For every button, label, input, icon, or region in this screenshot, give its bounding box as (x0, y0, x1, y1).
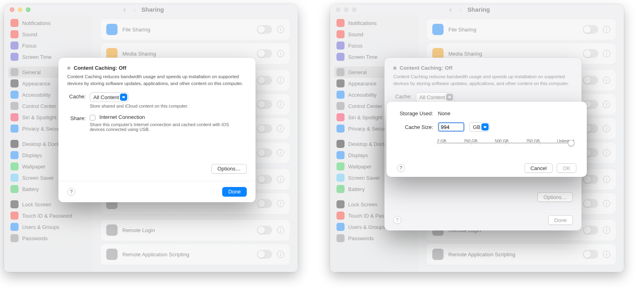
info-icon[interactable]: i (277, 226, 284, 234)
share-internet-checkbox[interactable]: Internet Connection (90, 114, 145, 120)
chevron-updown-icon (120, 93, 127, 101)
storage-used-value: None (438, 110, 450, 116)
service-toggle[interactable] (257, 175, 272, 184)
chevron-updown-icon (481, 123, 489, 131)
close-icon[interactable] (336, 7, 341, 12)
service-toggle[interactable] (257, 148, 272, 157)
service-toggle[interactable] (583, 226, 598, 235)
info-icon[interactable]: i (277, 200, 284, 207)
service-icon (106, 224, 118, 236)
sheet-description: Content Caching reduces bandwidth usage … (67, 73, 247, 87)
service-toggle[interactable] (257, 226, 272, 235)
cancel-button[interactable]: Cancel (524, 163, 553, 173)
sidebar-item-notifications[interactable]: Notifications (334, 17, 415, 29)
service-toggle[interactable] (257, 49, 272, 58)
info-icon[interactable]: i (603, 200, 610, 207)
info-icon[interactable]: i (603, 125, 610, 132)
sidebar-icon (336, 102, 345, 110)
sidebar-item-sound[interactable]: Sound (8, 29, 89, 40)
info-icon[interactable]: i (277, 26, 284, 33)
fullscreen-icon[interactable] (352, 7, 357, 12)
sidebar-icon (336, 53, 345, 61)
nav-forward-icon[interactable]: › (133, 5, 136, 14)
service-toggle[interactable] (583, 175, 598, 184)
service-toggle[interactable] (257, 25, 272, 34)
service-toggle[interactable] (257, 199, 272, 208)
sidebar-icon (336, 113, 345, 121)
info-icon[interactable]: i (603, 50, 610, 57)
minimize-icon[interactable] (344, 7, 349, 12)
close-icon[interactable] (10, 7, 14, 12)
info-icon[interactable]: i (603, 101, 610, 108)
service-toggle[interactable] (583, 49, 598, 58)
info-icon[interactable]: i (603, 176, 610, 183)
sidebar-item-label: Users & Groups (348, 224, 385, 230)
ok-button[interactable]: OK (557, 163, 576, 173)
sidebar-icon (336, 91, 345, 99)
info-icon[interactable]: i (277, 176, 284, 183)
slider-thumb-icon[interactable] (568, 140, 574, 146)
fullscreen-icon[interactable] (26, 7, 31, 12)
sidebar-item-passwords[interactable]: Passwords (8, 233, 89, 244)
done-button[interactable]: Done (222, 187, 247, 197)
sidebar-item-label: Battery (348, 186, 365, 192)
service-toggle[interactable] (583, 76, 598, 85)
sidebar-item-label: Appearance (22, 81, 50, 87)
info-icon[interactable]: i (603, 77, 610, 84)
nav-forward-icon[interactable]: › (459, 5, 462, 14)
sidebar-item-passwords[interactable]: Passwords (334, 233, 415, 244)
cache-select[interactable]: All Content (90, 92, 128, 102)
info-icon[interactable]: i (277, 77, 284, 84)
help-button[interactable]: ? (67, 188, 75, 196)
info-icon[interactable]: i (603, 251, 610, 258)
info-icon[interactable]: i (277, 125, 284, 132)
sidebar-item-label: Focus (348, 43, 362, 49)
service-toggle[interactable] (257, 124, 272, 133)
sidebar-item-label: Appearance (348, 81, 376, 87)
minimize-icon[interactable] (18, 7, 23, 12)
service-toggle[interactable] (257, 250, 272, 259)
cache-size-input[interactable] (438, 122, 464, 132)
service-row: File Sharingi (101, 19, 290, 40)
sidebar-icon (336, 223, 345, 231)
sidebar-icon (336, 200, 345, 208)
info-icon[interactable]: i (277, 101, 284, 108)
sidebar-item-label: Control Center (348, 103, 382, 109)
info-icon[interactable]: i (603, 226, 610, 234)
info-icon[interactable]: i (603, 26, 610, 33)
sidebar-item-focus[interactable]: Focus (8, 40, 89, 51)
sidebar-item-focus[interactable]: Focus (334, 40, 415, 51)
sidebar-item-sound[interactable]: Sound (334, 29, 415, 40)
options-button[interactable]: Options… (211, 164, 247, 174)
info-icon[interactable]: i (603, 149, 610, 156)
cache-size-slider[interactable]: 2 GB 250 GB 500 GB 750 GB Unlimited (437, 139, 574, 155)
settings-window-left: ‹ › Sharing Search NotificationsSoundFoc… (4, 4, 298, 272)
help-button[interactable]: ? (397, 164, 405, 172)
service-label: Media Sharing (122, 51, 252, 57)
service-toggle[interactable] (583, 199, 598, 208)
cache-size-unit-select[interactable]: GB (469, 122, 490, 132)
service-row: File Sharingi (427, 19, 616, 40)
service-toggle[interactable] (257, 100, 272, 109)
sidebar-item-label: Screen Saver (22, 175, 54, 181)
info-icon[interactable]: i (277, 149, 284, 156)
sidebar-icon (10, 42, 19, 50)
checkbox-icon (90, 115, 95, 120)
sidebar-item-label: Siri & Spotlight (348, 114, 382, 120)
service-toggle[interactable] (257, 76, 272, 85)
sidebar-item-label: Lock Screen (348, 201, 377, 208)
info-icon[interactable]: i (277, 50, 284, 57)
info-icon[interactable]: i (277, 251, 284, 258)
sidebar-icon (10, 30, 19, 38)
sidebar-icon (10, 212, 19, 220)
sidebar-item-touch-id-password[interactable]: Touch ID & Password (8, 210, 89, 221)
service-toggle[interactable] (583, 25, 598, 34)
service-toggle[interactable] (583, 250, 598, 259)
nav-back-icon[interactable]: ‹ (123, 5, 126, 14)
sidebar-item-users-groups[interactable]: Users & Groups (8, 221, 89, 233)
nav-back-icon[interactable]: ‹ (449, 5, 452, 14)
sidebar-item-notifications[interactable]: Notifications (8, 17, 89, 29)
service-row: Remote Application Scriptingi (101, 244, 290, 265)
sidebar-item-label: Displays (22, 152, 42, 158)
sidebar-item-label: General (348, 69, 367, 75)
